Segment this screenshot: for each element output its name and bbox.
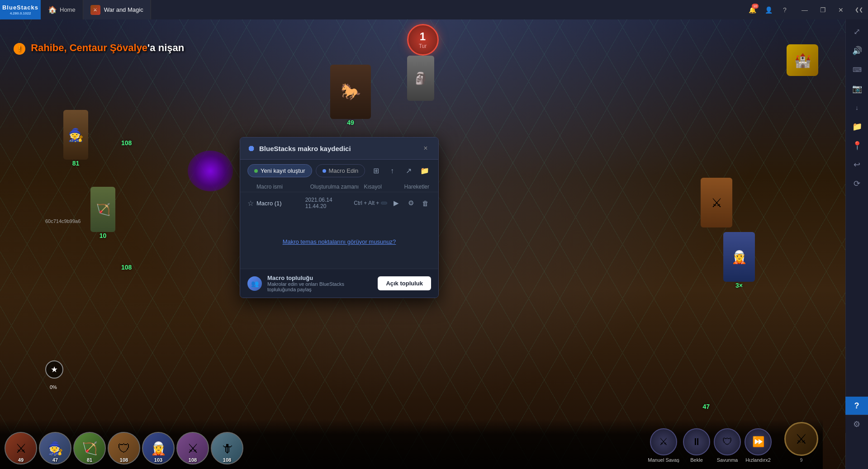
col-macro-actions: Hareketler: [404, 184, 431, 190]
macro-created-cell: 2021.06.14 11.44.20: [305, 197, 354, 209]
id-text: 60c714c9b99a6: [45, 218, 81, 224]
titlebar: BlueStacks 4.280.0.1022 🏠 Home ⚔ War and…: [0, 0, 868, 19]
restore-button[interactable]: ❐: [814, 0, 832, 19]
sidebar-folder[interactable]: 📁: [849, 118, 866, 135]
macro-shortcut-area: Ctrl + Alt +: [354, 200, 390, 206]
action-defend[interactable]: 🛡 Savunma: [714, 428, 741, 463]
character-right-healer: 🧝 3×: [723, 232, 755, 289]
macro-name-cell: Macro (1): [256, 200, 305, 207]
bluestacks-logo[interactable]: BlueStacks 4.280.0.1022: [0, 0, 41, 19]
macro-toolbar-right: ⊞ ↑ ↗ 📁: [370, 165, 431, 177]
macro-header-icon: ⏺: [247, 144, 256, 153]
hero-icon-3[interactable]: 🏹 81 2: [73, 432, 106, 464]
macro-delete-button[interactable]: 🗑: [419, 197, 431, 209]
macro-community-title: Macro topluluğu: [267, 275, 372, 281]
hero-icon-1[interactable]: ⚔ 49: [5, 432, 37, 464]
sidebar-refresh[interactable]: ⟳: [849, 175, 866, 192]
character-right-warrior: ⚔: [701, 178, 732, 227]
action-speed-x2[interactable]: ⏩ Hızlandırx2: [745, 428, 772, 463]
macro-folder-icon[interactable]: 📁: [418, 165, 431, 177]
action-sword[interactable]: ⚔ 9: [784, 422, 818, 463]
col-macro-created: Oluşturulma zamanı: [310, 184, 364, 190]
macro-link[interactable]: Makro temas noktalarını görüyor musunuz?: [283, 238, 396, 245]
macro-play-button[interactable]: ▶: [390, 197, 402, 209]
account-icon[interactable]: 👤: [761, 3, 776, 17]
gold-castle-icon[interactable]: 🏰: [787, 44, 818, 76]
bluestacks-logo-text: BlueStacks 4.280.0.1022: [2, 4, 38, 15]
character-robed: 🧙 81: [63, 110, 88, 167]
macro-dialog-title: BlueStacks makro kaydedici: [259, 145, 417, 152]
character-archer: 🏹 10: [90, 187, 115, 239]
macro-footer: 👥 Macro topluluğu Makrolar edin ve onlar…: [240, 269, 438, 298]
macro-toolbar: Yeni kayıt oluştur Macro Edin ⊞ ↑ ↗ 📁: [240, 160, 438, 182]
hero-icon-5[interactable]: 🧝 103: [142, 432, 175, 464]
turn-badge: 1 Tur: [407, 24, 439, 56]
macro-row-actions: ▶ ⚙ 🗑: [390, 197, 431, 209]
macro-community-desc: Makrolar edin ve onları BlueStacks toplu…: [267, 281, 372, 292]
notification-badge: 10: [752, 4, 759, 9]
macro-edin-button[interactable]: Macro Edin: [316, 164, 365, 177]
settings-button[interactable]: ⚙: [845, 415, 868, 433]
game-title: War and Magic: [104, 6, 143, 13]
top-banner: 1 Tur: [0, 24, 845, 56]
macro-share-icon[interactable]: ↗: [402, 165, 415, 177]
macro-close-button[interactable]: ×: [420, 143, 431, 154]
macro-import-icon[interactable]: ⊞: [370, 165, 382, 177]
window-controls: — ❐ ✕ ❮❮: [796, 0, 868, 19]
record-dot: [254, 169, 258, 173]
hero-icon-7[interactable]: 🗡 108: [211, 432, 243, 464]
home-tab[interactable]: 🏠 Home: [41, 0, 83, 19]
character-horseman: 🐎 49: [330, 65, 371, 126]
hex-num-47: 47: [702, 403, 710, 410]
sidebar-keyboard[interactable]: ⌨: [849, 61, 866, 78]
col-macro-name: Macro ismi: [256, 184, 310, 190]
help-button[interactable]: ?: [845, 397, 868, 415]
home-icon: 🏠: [48, 5, 57, 14]
sidebar-right: ⤢ 🔊 ⌨ 📷 ↓ 📁 📍 ↩ ⟳ ? ⚙: [845, 19, 868, 469]
expand-button[interactable]: ❮❮: [850, 0, 868, 19]
macro-community-text: Macro topluluğu Makrolar edin ve onları …: [267, 275, 372, 292]
home-label: Home: [60, 6, 76, 13]
sidebar-download[interactable]: ↓: [849, 99, 866, 116]
character-stone: 🗿: [407, 56, 434, 101]
notification-icon[interactable]: 🔔 10: [745, 3, 759, 17]
new-record-button[interactable]: Yeni kayıt oluştur: [247, 164, 312, 177]
col-macro-shortcut: Kısayol: [364, 184, 404, 190]
sidebar-rotate[interactable]: ↩: [849, 156, 866, 173]
macro-dialog-header: ⏺ BlueStacks makro kaydedici ×: [240, 137, 438, 160]
macro-star-icon[interactable]: ☆: [247, 199, 254, 208]
bottom-bar: ⚔ 49 🧙 47 🏹 81 2 🛡 108 🧝 103 ⚔ 108 🗡 108: [0, 419, 823, 469]
hero-icon-2[interactable]: 🧙 47: [39, 432, 71, 464]
hero-icon-6[interactable]: ⚔ 108: [176, 432, 209, 464]
game-area[interactable]: ! Rahibe, Centaur Şövalye'a nişan 1 Tur …: [0, 19, 845, 469]
macro-settings-button[interactable]: ⚙: [405, 197, 417, 209]
action-manual-combat[interactable]: ⚔ Manuel Savaş: [648, 428, 679, 463]
macro-row-1: ☆ Macro (1) 2021.06.14 11.44.20 Ctrl + A…: [240, 192, 438, 214]
action-wait[interactable]: ⏸ Bekle: [683, 428, 710, 463]
titlebar-controls: 🔔 10 👤 ?: [745, 3, 796, 17]
sidebar-camera[interactable]: 📷: [849, 80, 866, 97]
game-tab[interactable]: ⚔ War and Magic: [83, 0, 151, 19]
minimize-button[interactable]: —: [796, 0, 814, 19]
sidebar-location[interactable]: 📍: [849, 137, 866, 154]
open-community-button[interactable]: Açık topluluk: [378, 276, 431, 290]
hero-icon-4[interactable]: 🛡 108: [108, 432, 140, 464]
macro-dialog: ⏺ BlueStacks makro kaydedici × Yeni kayı…: [240, 137, 439, 298]
close-button[interactable]: ✕: [832, 0, 850, 19]
sidebar-fullscreen[interactable]: ⤢: [849, 23, 866, 40]
help-icon[interactable]: ?: [778, 3, 792, 17]
action-buttons: ⚔ Manuel Savaş ⏸ Bekle 🛡 Savunma ⏩ Hızla…: [648, 422, 818, 464]
macro-shortcut-box[interactable]: [381, 202, 387, 204]
macro-empty-area: Makro temas noktalarını görüyor musunuz?: [240, 214, 438, 269]
macro-edin-dot: [323, 169, 326, 173]
macro-table-header: Macro ismi Oluşturulma zamanı Kısayol Ha…: [240, 182, 438, 192]
turn-number: 1: [420, 30, 426, 43]
percent-display: 0%: [50, 384, 57, 390]
hex-num-108-bot: 108: [121, 264, 132, 271]
game-icon: ⚔: [90, 5, 100, 15]
hex-num-108-left: 108: [121, 139, 132, 147]
purple-entity: [188, 151, 233, 191]
star-badge: ★: [45, 360, 63, 379]
macro-export-icon[interactable]: ↑: [386, 165, 398, 177]
sidebar-volume[interactable]: 🔊: [849, 42, 866, 59]
